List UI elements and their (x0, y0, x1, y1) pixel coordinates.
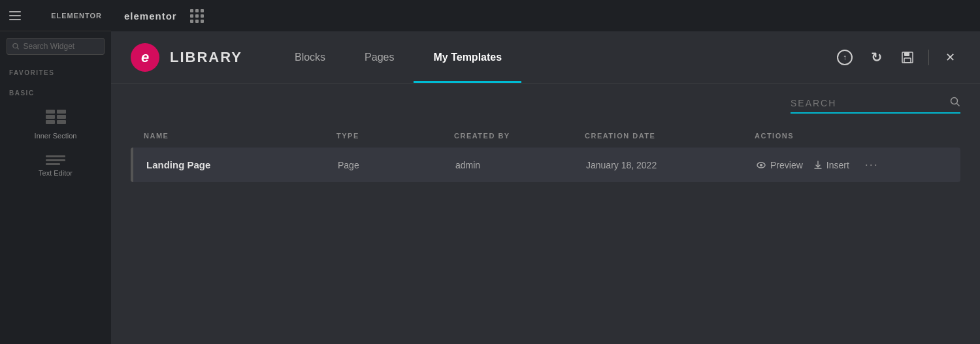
svg-point-0 (13, 44, 18, 48)
download-icon (813, 161, 823, 170)
tab-pages[interactable]: Pages (345, 31, 414, 83)
library-search-box[interactable] (791, 97, 960, 114)
elementor-logo: elementor (124, 10, 177, 22)
col-header-creation-date: CREATION DATE (585, 132, 755, 140)
library-search-input[interactable] (791, 98, 945, 108)
library-tabs: Blocks Pages My Templates (275, 31, 834, 83)
refresh-icon: ↻ (871, 50, 882, 65)
refresh-button[interactable]: ↻ (866, 47, 887, 68)
widget-inner-section[interactable]: Inner Section (0, 102, 111, 148)
col-header-actions: ACTIONS (755, 132, 947, 140)
save-button[interactable] (897, 47, 918, 68)
widget-text-editor[interactable]: Text Editor (0, 148, 111, 185)
svg-line-1 (17, 48, 19, 50)
text-editor-icon (46, 155, 65, 165)
close-button[interactable]: ✕ (939, 47, 960, 68)
library-content: NAME TYPE CREATED BY CREATION DATE ACTIO… (111, 84, 980, 344)
close-icon: ✕ (945, 50, 955, 65)
search-row (131, 97, 960, 114)
upload-button[interactable]: ↑ (834, 47, 855, 68)
col-header-type: TYPE (336, 132, 454, 140)
svg-line-6 (957, 104, 960, 106)
basic-section-label: BASIC (0, 82, 111, 102)
col-header-created-by: CREATED BY (454, 132, 585, 140)
template-table: NAME TYPE CREATED BY CREATION DATE ACTIO… (131, 127, 960, 182)
favorites-section-label: FAVORITES (0, 61, 111, 82)
row-date: January 18, 2022 (586, 160, 756, 170)
library-title: LIBRARY (170, 49, 242, 66)
row-type: Page (338, 160, 455, 170)
more-actions-button[interactable]: ··· (865, 158, 879, 172)
hamburger-icon[interactable] (9, 11, 21, 20)
tab-my-templates[interactable]: My Templates (414, 31, 521, 83)
library-panel: e LIBRARY Blocks Pages My Templates ↑ (111, 31, 980, 344)
svg-rect-3 (904, 52, 909, 56)
table-header: NAME TYPE CREATED BY CREATION DATE ACTIO… (131, 127, 960, 145)
search-icon (12, 42, 20, 50)
sidebar-title: ELEMENTOR (51, 12, 102, 20)
widget-search-box[interactable] (7, 38, 105, 55)
search-input[interactable] (24, 42, 99, 51)
svg-rect-4 (904, 58, 911, 63)
row-name: Landing Page (146, 159, 338, 170)
topbar: elementor (111, 0, 980, 31)
row-actions: Preview Insert ··· (756, 158, 947, 172)
save-icon (901, 51, 914, 64)
search-magnifier-icon (950, 97, 960, 110)
header-divider (928, 50, 929, 65)
insert-button[interactable]: Insert (813, 160, 849, 170)
library-header: e LIBRARY Blocks Pages My Templates ↑ (111, 31, 980, 84)
logo-letter: e (141, 49, 149, 66)
col-header-name: NAME (144, 132, 336, 140)
text-editor-label: Text Editor (39, 169, 73, 177)
svg-point-5 (951, 98, 958, 104)
header-actions: ↑ ↻ ✕ (834, 47, 960, 68)
library-logo: e (131, 43, 159, 72)
main-area: e LIBRARY Blocks Pages My Templates ↑ (111, 31, 980, 344)
sidebar-header: ELEMENTOR (0, 0, 111, 31)
tab-blocks[interactable]: Blocks (275, 31, 345, 83)
row-created-by: admin (455, 160, 586, 170)
svg-point-8 (760, 164, 762, 166)
circle-upload-icon: ↑ (837, 50, 853, 65)
sidebar: ELEMENTOR FAVORITES BASIC Inner Section … (0, 0, 111, 344)
eye-icon (756, 160, 766, 170)
inner-section-icon (46, 110, 66, 128)
inner-section-label: Inner Section (35, 132, 77, 140)
table-row: Landing Page Page admin January 18, 2022… (131, 148, 960, 182)
preview-button[interactable]: Preview (756, 160, 803, 170)
grid-menu-icon[interactable] (190, 9, 204, 23)
